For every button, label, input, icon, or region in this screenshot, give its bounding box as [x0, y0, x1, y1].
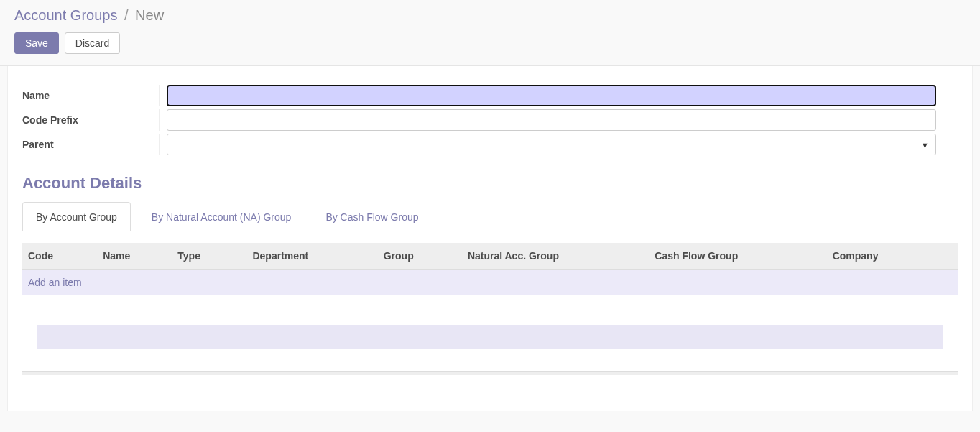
parent-select[interactable]	[167, 134, 936, 155]
save-button[interactable]: Save	[14, 32, 59, 54]
tab-by-natural-account-group[interactable]: By Natural Account (NA) Group	[138, 202, 305, 231]
field-row-code-prefix: Code Prefix	[8, 108, 972, 132]
breadcrumb: Account Groups / New	[14, 7, 966, 24]
parent-label: Parent	[15, 139, 159, 150]
col-type: Type	[172, 243, 246, 270]
breadcrumb-current: New	[135, 7, 164, 23]
col-department: Department	[246, 243, 377, 270]
field-row-parent: Parent ▼	[8, 132, 972, 157]
details-table: Code Name Type Department Group Natural …	[22, 243, 958, 296]
name-input[interactable]	[167, 85, 936, 106]
section-title: Account Details	[22, 174, 972, 193]
col-group: Group	[378, 243, 462, 270]
table-row-add: Add an item	[22, 270, 958, 296]
field-row-name: Name	[8, 83, 972, 108]
form-sheet: Name Code Prefix Parent ▼ Account Detail…	[7, 66, 973, 411]
col-cash-flow-group: Cash Flow Group	[649, 243, 826, 270]
discard-button[interactable]: Discard	[65, 32, 120, 54]
col-company: Company	[827, 243, 958, 270]
name-label: Name	[15, 90, 159, 101]
header-bar: Account Groups / New Save Discard	[0, 0, 980, 66]
details-table-wrap: Code Name Type Department Group Natural …	[22, 243, 958, 349]
table-header-row: Code Name Type Department Group Natural …	[22, 243, 958, 270]
add-item-link[interactable]: Add an item	[28, 277, 82, 288]
table-footer-bar	[37, 325, 943, 349]
col-natural-acc-group: Natural Acc. Group	[462, 243, 649, 270]
tabs: By Account Group By Natural Account (NA)…	[22, 201, 972, 231]
tab-by-cash-flow-group[interactable]: By Cash Flow Group	[312, 202, 432, 231]
code-prefix-input[interactable]	[167, 109, 936, 131]
tab-by-account-group[interactable]: By Account Group	[22, 202, 131, 231]
breadcrumb-parent-link[interactable]: Account Groups	[14, 7, 117, 23]
breadcrumb-separator: /	[124, 7, 129, 23]
bottom-divider	[22, 371, 958, 375]
col-name: Name	[97, 243, 172, 270]
code-prefix-label: Code Prefix	[15, 114, 159, 126]
col-code: Code	[22, 243, 97, 270]
